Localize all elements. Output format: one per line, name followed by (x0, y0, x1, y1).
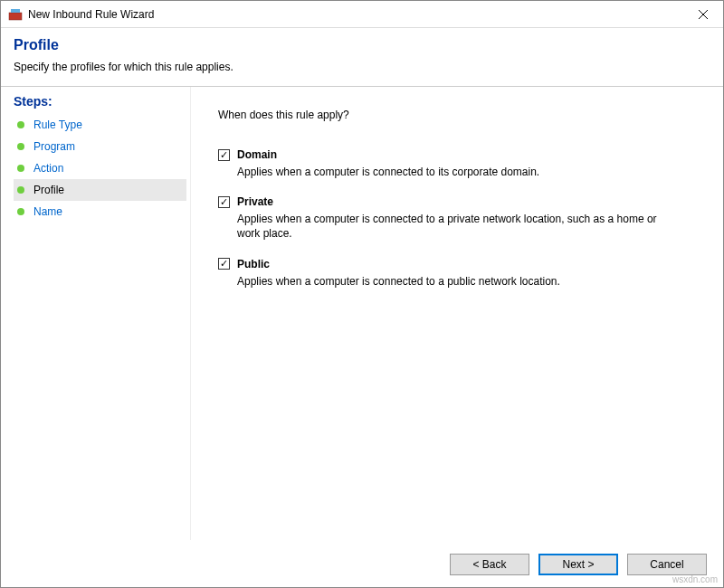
checkbox-private[interactable] (218, 196, 230, 208)
step-label: Action (33, 162, 63, 175)
step-bullet-icon (17, 121, 24, 128)
step-name[interactable]: Name (14, 201, 190, 223)
back-button[interactable]: < Back (450, 554, 529, 575)
page-title: Profile (14, 37, 710, 53)
option-public-desc: Applies when a computer is connected to … (237, 274, 662, 289)
wizard-window: New Inbound Rule Wizard Profile Specify … (0, 0, 724, 588)
main-panel: When does this rule apply? Domain Applie… (191, 87, 723, 540)
option-domain-desc: Applies when a computer is connected to … (237, 165, 662, 179)
wizard-footer: < Back Next > Cancel (1, 540, 723, 587)
watermark: wsxdn.com (672, 574, 718, 584)
step-bullet-icon (17, 165, 24, 172)
svg-rect-0 (9, 13, 22, 20)
rule-apply-question: When does this rule apply? (218, 109, 696, 121)
page-header: Profile Specify the profiles for which t… (1, 28, 723, 87)
option-private-label: Private (237, 195, 273, 208)
close-button[interactable] (682, 1, 723, 28)
window-title: New Inbound Rule Wizard (28, 8, 154, 21)
svg-rect-2 (11, 9, 20, 13)
option-domain-label: Domain (237, 148, 277, 161)
step-program[interactable]: Program (14, 136, 190, 157)
option-private: Private Applies when a computer is conne… (218, 195, 696, 241)
step-label: Name (33, 205, 62, 218)
step-rule-type[interactable]: Rule Type (14, 114, 190, 136)
close-icon (699, 10, 708, 19)
page-subtitle: Specify the profiles for which this rule… (14, 61, 710, 73)
steps-heading: Steps: (14, 94, 190, 109)
titlebar: New Inbound Rule Wizard (1, 1, 723, 28)
firewall-icon (8, 7, 23, 22)
option-domain: Domain Applies when a computer is connec… (218, 148, 696, 179)
step-label: Program (33, 140, 75, 153)
option-private-desc: Applies when a computer is connected to … (237, 212, 662, 241)
option-public: Public Applies when a computer is connec… (218, 258, 696, 289)
step-label: Profile (33, 184, 64, 196)
step-label: Rule Type (33, 119, 82, 131)
option-public-label: Public (237, 258, 270, 270)
step-profile[interactable]: Profile (14, 179, 186, 201)
step-bullet-icon (17, 143, 24, 150)
step-action[interactable]: Action (14, 157, 190, 179)
next-button[interactable]: Next > (538, 554, 618, 575)
steps-sidebar: Steps: Rule Type Program Action Profile … (1, 87, 191, 540)
cancel-button[interactable]: Cancel (627, 554, 707, 575)
step-bullet-icon (17, 208, 24, 215)
step-bullet-icon (17, 186, 24, 194)
wizard-body: Steps: Rule Type Program Action Profile … (1, 87, 723, 540)
checkbox-public[interactable] (218, 258, 230, 270)
checkbox-domain[interactable] (218, 149, 230, 161)
